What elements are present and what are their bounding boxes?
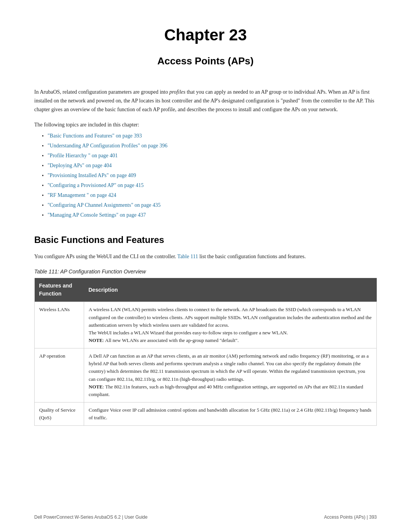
list-item[interactable]: "Understanding AP Configuration Profiles… (42, 142, 377, 150)
topic-link-1[interactable]: "Basic Functions and Features" on page 3… (48, 132, 142, 140)
list-item[interactable]: "Basic Functions and Features" on page 3… (42, 132, 377, 140)
feature-cell-1: Wireless LANs (35, 302, 84, 348)
topic-link-3[interactable]: "Profile Hierarchy " on page 401 (48, 152, 118, 160)
topic-link-8[interactable]: "Configuring AP Channel Assignments" on … (48, 201, 161, 209)
intro-paragraph: In ArubaOS, related configuration parame… (34, 88, 377, 114)
table-111-link[interactable]: Table 111 (177, 254, 198, 259)
description-cell-2: A Dell AP can function as an AP that ser… (84, 348, 377, 403)
basic-functions-body: You configure APs using the WebUI and th… (34, 252, 377, 261)
table-row: AP operation A Dell AP can function as a… (35, 348, 377, 403)
table-row: Quality of Service (QoS) Configure Voice… (35, 402, 377, 425)
list-item[interactable]: "Managing AP Console Settings" on page 4… (42, 211, 377, 219)
topic-link-7[interactable]: "RF Management " on page 424 (48, 191, 116, 199)
topics-list: "Basic Functions and Features" on page 3… (42, 132, 377, 219)
topics-label: The following topics are included in thi… (34, 121, 377, 129)
topic-link-2[interactable]: "Understanding AP Configuration Profiles… (48, 142, 167, 150)
chapter-title: Chapter 23 (34, 23, 377, 47)
feature-cell-3: Quality of Service (QoS) (35, 402, 84, 425)
table-header-row: Features and Function Description (35, 278, 377, 302)
list-item[interactable]: "Deploying APs" on page 404 (42, 161, 377, 170)
page-footer: Dell PowerConnect W-Series ArubaOS 6.2 |… (0, 514, 411, 521)
note-label-2: NOTE (89, 384, 103, 390)
topic-link-9[interactable]: "Managing AP Console Settings" on page 4… (48, 211, 146, 219)
note-label-1: NOTE (89, 337, 103, 343)
table-caption-bold: Table 111: (34, 268, 59, 275)
list-item[interactable]: "Profile Hierarchy " on page 401 (42, 152, 377, 160)
list-item[interactable]: "Configuring a Provisioned AP" on page 4… (42, 181, 377, 190)
col-header-feature: Features and Function (35, 278, 84, 302)
basic-functions-heading: Basic Functions and Features (34, 233, 377, 247)
description-cell-3: Configure Voice over IP call admission c… (84, 402, 377, 425)
description-cell-1: A wireless LAN (WLAN) permits wireless c… (84, 302, 377, 348)
table-row: Wireless LANs A wireless LAN (WLAN) perm… (35, 302, 377, 348)
col-header-description: Description (84, 278, 377, 302)
footer-right: Access Points (APs) | 393 (324, 514, 377, 521)
table-caption-italic: AP Configuration Function Overview (59, 268, 146, 275)
list-item[interactable]: "RF Management " on page 424 (42, 191, 377, 200)
feature-cell-2: AP operation (35, 348, 84, 403)
list-item[interactable]: "Configuring AP Channel Assignments" on … (42, 201, 377, 209)
table-caption: Table 111: AP Configuration Function Ove… (34, 268, 377, 276)
section-title: Access Points (APs) (34, 54, 377, 69)
topic-link-4[interactable]: "Deploying APs" on page 404 (48, 161, 112, 169)
ap-config-table: Features and Function Description Wirele… (34, 278, 377, 426)
topic-link-5[interactable]: "Provisioning Installed APs" on page 409 (48, 171, 136, 179)
topic-link-6[interactable]: "Configuring a Provisioned AP" on page 4… (48, 181, 144, 189)
list-item[interactable]: "Provisioning Installed APs" on page 409 (42, 171, 377, 180)
footer-left: Dell PowerConnect W-Series ArubaOS 6.2 |… (34, 514, 148, 521)
